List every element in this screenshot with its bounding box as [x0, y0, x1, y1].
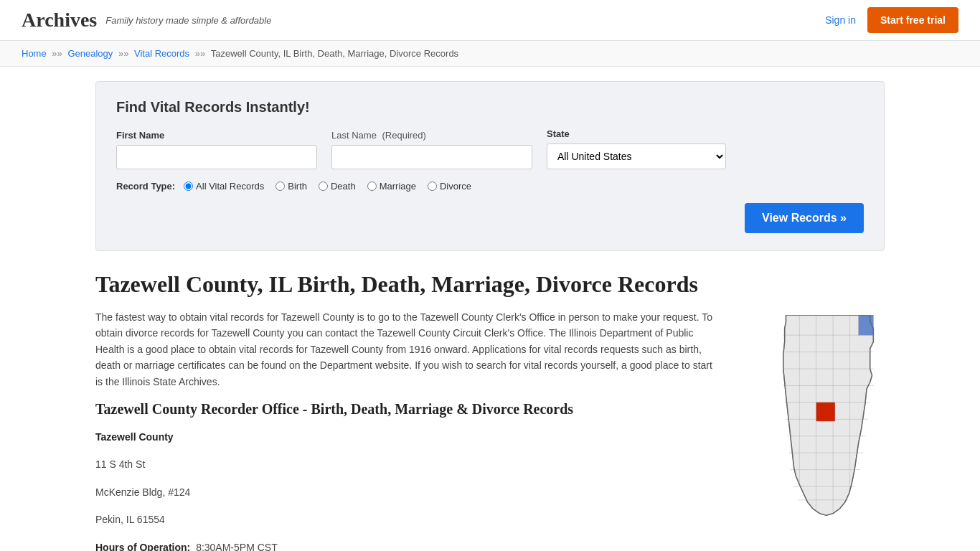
radio-birth-label: Birth: [288, 181, 307, 192]
radio-marriage[interactable]: Marriage: [367, 181, 416, 192]
main-content: Find Vital Records Instantly! First Name…: [74, 67, 906, 551]
header-actions: Sign in Start free trial: [825, 7, 958, 33]
search-box: Find Vital Records Instantly! First Name…: [95, 81, 885, 251]
radio-all-vital-label: All Vital Records: [196, 181, 264, 192]
search-fields: First Name Last Name (Required) State Al…: [116, 128, 864, 169]
radio-marriage-label: Marriage: [380, 181, 416, 192]
office-address2: McKenzie Bldg, #124: [95, 484, 720, 500]
required-indicator: (Required): [382, 130, 426, 141]
sign-in-link[interactable]: Sign in: [825, 14, 856, 26]
search-title: Find Vital Records Instantly!: [116, 99, 864, 116]
office-address1: 11 S 4th St: [95, 456, 720, 472]
tazewell-county-highlight: [816, 402, 835, 421]
state-field-group: State All United States: [547, 128, 726, 169]
radio-birth[interactable]: Birth: [275, 181, 307, 192]
last-name-input[interactable]: [331, 145, 532, 169]
state-select[interactable]: All United States: [547, 143, 726, 169]
radio-birth-input[interactable]: [275, 182, 285, 191]
logo-tagline: Family history made simple & affordable: [105, 15, 271, 26]
radio-divorce-label: Divorce: [440, 181, 471, 192]
page-title: Tazewell County, IL Birth, Death, Marria…: [95, 271, 885, 298]
office-address3: Pekin, IL 61554: [95, 512, 720, 527]
radio-marriage-input[interactable]: [367, 182, 377, 191]
breadcrumb: Home »» Genealogy »» Vital Records »» Ta…: [0, 41, 980, 67]
radio-death-input[interactable]: [319, 182, 328, 191]
content-text: The fastest way to obtain vital records …: [95, 309, 720, 551]
record-type-label: Record Type:: [116, 181, 175, 192]
start-trial-button[interactable]: Start free trial: [867, 7, 958, 33]
record-type-row: Record Type: All Vital Records Birth Dea…: [116, 181, 864, 192]
first-name-field-group: First Name: [116, 130, 317, 169]
last-name-field-group: Last Name (Required): [331, 130, 532, 169]
search-footer: View Records »: [116, 203, 864, 233]
radio-all-vital[interactable]: All Vital Records: [184, 181, 264, 192]
first-name-label: First Name: [116, 130, 317, 141]
last-name-label: Last Name (Required): [331, 130, 532, 141]
breadcrumb-sep-1: »»: [52, 48, 65, 59]
breadcrumb-current: Tazewell County, IL Birth, Death, Marria…: [211, 48, 458, 59]
breadcrumb-vital-records[interactable]: Vital Records: [134, 48, 189, 59]
breadcrumb-sep-3: »»: [195, 48, 208, 59]
logo-area: Archives Family history made simple & af…: [22, 9, 271, 32]
state-label: State: [547, 128, 726, 139]
view-records-button[interactable]: View Records »: [745, 203, 864, 233]
description-paragraph: The fastest way to obtain vital records …: [95, 309, 720, 390]
hours-value: 8:30AM-5PM CST: [196, 542, 278, 551]
content-area: The fastest way to obtain vital records …: [95, 309, 885, 551]
breadcrumb-sep-2: »»: [118, 48, 131, 59]
radio-death-label: Death: [331, 181, 356, 192]
address-block: Tazewell County 11 S 4th St McKenzie Bld…: [95, 429, 720, 551]
section-heading: Tazewell County Recorder Office - Birth,…: [95, 401, 720, 418]
breadcrumb-genealogy[interactable]: Genealogy: [67, 48, 113, 59]
site-header: Archives Family history made simple & af…: [0, 0, 980, 41]
first-name-input[interactable]: [116, 145, 317, 169]
radio-divorce[interactable]: Divorce: [428, 181, 471, 192]
radio-all-vital-input[interactable]: [184, 182, 193, 191]
office-hours: Hours of Operation: 8:30AM-5PM CST: [95, 540, 720, 551]
illinois-map: [741, 315, 885, 530]
radio-divorce-input[interactable]: [428, 182, 437, 191]
illinois-map-container: [741, 315, 885, 551]
hours-label: Hours of Operation:: [95, 542, 190, 551]
office-name: Tazewell County: [95, 431, 174, 443]
radio-death[interactable]: Death: [319, 181, 356, 192]
logo: Archives: [22, 9, 97, 32]
breadcrumb-home[interactable]: Home: [22, 48, 47, 59]
